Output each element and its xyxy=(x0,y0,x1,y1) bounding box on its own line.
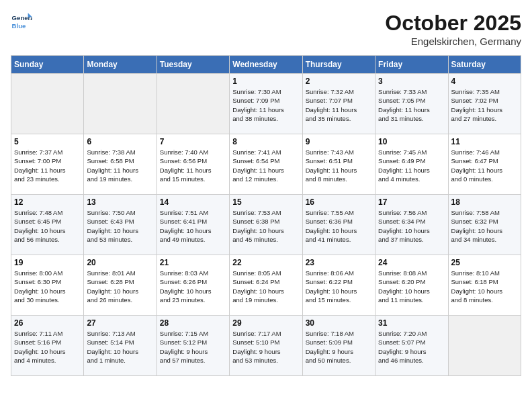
day-number: 15 xyxy=(232,197,299,207)
table-cell: 20Sunrise: 8:01 AMSunset: 6:28 PMDayligh… xyxy=(84,255,157,316)
day-info: Sunrise: 8:03 AMSunset: 6:26 PMDaylight:… xyxy=(160,269,226,304)
week-row-3: 12Sunrise: 7:48 AMSunset: 6:45 PMDayligh… xyxy=(11,195,521,255)
table-cell xyxy=(84,74,157,134)
table-cell: 22Sunrise: 8:05 AMSunset: 6:24 PMDayligh… xyxy=(230,255,302,316)
logo-icon: General Blue xyxy=(11,11,32,32)
calendar-title: October 2025 xyxy=(385,11,521,36)
day-number: 2 xyxy=(306,77,372,86)
header-saturday: Saturday xyxy=(448,56,521,74)
day-info: Sunrise: 8:08 AMSunset: 6:20 PMDaylight:… xyxy=(378,269,445,304)
table-cell: 2Sunrise: 7:32 AMSunset: 7:07 PMDaylight… xyxy=(302,74,375,134)
day-info: Sunrise: 8:00 AMSunset: 6:30 PMDaylight:… xyxy=(14,269,81,304)
table-cell: 29Sunrise: 7:17 AMSunset: 5:10 PMDayligh… xyxy=(230,316,302,376)
day-number: 10 xyxy=(378,137,445,146)
day-info: Sunrise: 7:17 AMSunset: 5:10 PMDaylight:… xyxy=(232,329,299,365)
day-number: 30 xyxy=(306,318,372,328)
day-info: Sunrise: 7:32 AMSunset: 7:07 PMDaylight:… xyxy=(306,87,372,123)
day-info: Sunrise: 7:40 AMSunset: 6:56 PMDaylight:… xyxy=(160,148,226,183)
day-info: Sunrise: 7:50 AMSunset: 6:43 PMDaylight:… xyxy=(87,208,153,244)
day-info: Sunrise: 7:48 AMSunset: 6:45 PMDaylight:… xyxy=(14,208,81,244)
day-number: 22 xyxy=(232,258,299,267)
table-cell: 5Sunrise: 7:37 AMSunset: 7:00 PMDaylight… xyxy=(11,134,84,195)
day-number: 3 xyxy=(378,77,445,86)
table-cell: 3Sunrise: 7:33 AMSunset: 7:05 PMDaylight… xyxy=(375,74,448,134)
day-info: Sunrise: 7:56 AMSunset: 6:34 PMDaylight:… xyxy=(378,208,445,244)
day-number: 27 xyxy=(87,318,153,328)
table-cell: 4Sunrise: 7:35 AMSunset: 7:02 PMDaylight… xyxy=(448,74,521,134)
table-cell: 11Sunrise: 7:46 AMSunset: 6:47 PMDayligh… xyxy=(448,134,521,195)
day-number: 24 xyxy=(378,258,445,267)
day-info: Sunrise: 7:41 AMSunset: 6:54 PMDaylight:… xyxy=(232,148,299,183)
day-number: 29 xyxy=(232,318,299,328)
table-cell xyxy=(157,74,229,134)
header-wednesday: Wednesday xyxy=(230,56,302,74)
table-cell: 8Sunrise: 7:41 AMSunset: 6:54 PMDaylight… xyxy=(230,134,302,195)
week-row-1: 1Sunrise: 7:30 AMSunset: 7:09 PMDaylight… xyxy=(11,74,521,134)
table-cell: 24Sunrise: 8:08 AMSunset: 6:20 PMDayligh… xyxy=(375,255,448,316)
header-monday: Monday xyxy=(84,56,157,74)
day-number: 21 xyxy=(160,258,226,267)
table-cell: 15Sunrise: 7:53 AMSunset: 6:38 PMDayligh… xyxy=(230,195,302,255)
calendar-subtitle: Engelskirchen, Germany xyxy=(385,36,521,47)
day-number: 23 xyxy=(306,258,372,267)
day-info: Sunrise: 7:45 AMSunset: 6:49 PMDaylight:… xyxy=(378,148,445,183)
table-cell: 13Sunrise: 7:50 AMSunset: 6:43 PMDayligh… xyxy=(84,195,157,255)
table-cell: 12Sunrise: 7:48 AMSunset: 6:45 PMDayligh… xyxy=(11,195,84,255)
day-number: 11 xyxy=(451,137,518,146)
logo: General Blue xyxy=(11,11,32,32)
header-tuesday: Tuesday xyxy=(157,56,229,74)
table-cell: 1Sunrise: 7:30 AMSunset: 7:09 PMDaylight… xyxy=(230,74,302,134)
week-row-5: 26Sunrise: 7:11 AMSunset: 5:16 PMDayligh… xyxy=(11,316,521,376)
header-friday: Friday xyxy=(375,56,448,74)
header-sunday: Sunday xyxy=(11,56,84,74)
header-thursday: Thursday xyxy=(302,56,375,74)
day-info: Sunrise: 7:53 AMSunset: 6:38 PMDaylight:… xyxy=(232,208,299,244)
table-cell: 16Sunrise: 7:55 AMSunset: 6:36 PMDayligh… xyxy=(302,195,375,255)
calendar-table: Sunday Monday Tuesday Wednesday Thursday… xyxy=(11,55,521,376)
title-area: October 2025 Engelskirchen, Germany xyxy=(385,11,521,47)
day-info: Sunrise: 7:43 AMSunset: 6:51 PMDaylight:… xyxy=(306,148,372,183)
day-info: Sunrise: 8:06 AMSunset: 6:22 PMDaylight:… xyxy=(306,269,372,304)
table-cell: 17Sunrise: 7:56 AMSunset: 6:34 PMDayligh… xyxy=(375,195,448,255)
day-number: 5 xyxy=(14,137,81,146)
day-number: 19 xyxy=(14,258,81,267)
day-info: Sunrise: 7:38 AMSunset: 6:58 PMDaylight:… xyxy=(87,148,153,183)
table-cell: 25Sunrise: 8:10 AMSunset: 6:18 PMDayligh… xyxy=(448,255,521,316)
table-cell: 28Sunrise: 7:15 AMSunset: 5:12 PMDayligh… xyxy=(157,316,229,376)
day-info: Sunrise: 8:10 AMSunset: 6:18 PMDaylight:… xyxy=(451,269,518,304)
day-number: 31 xyxy=(378,318,445,328)
day-number: 25 xyxy=(451,258,518,267)
day-info: Sunrise: 7:37 AMSunset: 7:00 PMDaylight:… xyxy=(14,148,81,183)
table-cell xyxy=(448,316,521,376)
day-info: Sunrise: 7:18 AMSunset: 5:09 PMDaylight:… xyxy=(306,329,372,365)
day-info: Sunrise: 7:35 AMSunset: 7:02 PMDaylight:… xyxy=(451,87,518,123)
day-info: Sunrise: 8:01 AMSunset: 6:28 PMDaylight:… xyxy=(87,269,153,304)
svg-text:Blue: Blue xyxy=(12,22,26,30)
table-cell: 9Sunrise: 7:43 AMSunset: 6:51 PMDaylight… xyxy=(302,134,375,195)
day-number: 14 xyxy=(160,197,226,207)
day-number: 17 xyxy=(378,197,445,207)
table-cell: 19Sunrise: 8:00 AMSunset: 6:30 PMDayligh… xyxy=(11,255,84,316)
day-number: 7 xyxy=(160,137,226,146)
day-number: 4 xyxy=(451,77,518,86)
day-number: 1 xyxy=(232,77,299,86)
week-row-2: 5Sunrise: 7:37 AMSunset: 7:00 PMDaylight… xyxy=(11,134,521,195)
table-cell: 10Sunrise: 7:45 AMSunset: 6:49 PMDayligh… xyxy=(375,134,448,195)
table-cell: 18Sunrise: 7:58 AMSunset: 6:32 PMDayligh… xyxy=(448,195,521,255)
day-number: 16 xyxy=(306,197,372,207)
day-info: Sunrise: 7:46 AMSunset: 6:47 PMDaylight:… xyxy=(451,148,518,183)
day-info: Sunrise: 7:58 AMSunset: 6:32 PMDaylight:… xyxy=(451,208,518,244)
day-number: 6 xyxy=(87,137,153,146)
table-cell: 14Sunrise: 7:51 AMSunset: 6:41 PMDayligh… xyxy=(157,195,229,255)
table-cell: 7Sunrise: 7:40 AMSunset: 6:56 PMDaylight… xyxy=(157,134,229,195)
table-cell: 27Sunrise: 7:13 AMSunset: 5:14 PMDayligh… xyxy=(84,316,157,376)
day-info: Sunrise: 7:51 AMSunset: 6:41 PMDaylight:… xyxy=(160,208,226,244)
table-cell: 6Sunrise: 7:38 AMSunset: 6:58 PMDaylight… xyxy=(84,134,157,195)
day-info: Sunrise: 7:15 AMSunset: 5:12 PMDaylight:… xyxy=(160,329,226,365)
table-cell: 23Sunrise: 8:06 AMSunset: 6:22 PMDayligh… xyxy=(302,255,375,316)
day-number: 18 xyxy=(451,197,518,207)
day-number: 13 xyxy=(87,197,153,207)
table-cell: 31Sunrise: 7:20 AMSunset: 5:07 PMDayligh… xyxy=(375,316,448,376)
day-number: 8 xyxy=(232,137,299,146)
weekday-header-row: Sunday Monday Tuesday Wednesday Thursday… xyxy=(11,56,521,74)
